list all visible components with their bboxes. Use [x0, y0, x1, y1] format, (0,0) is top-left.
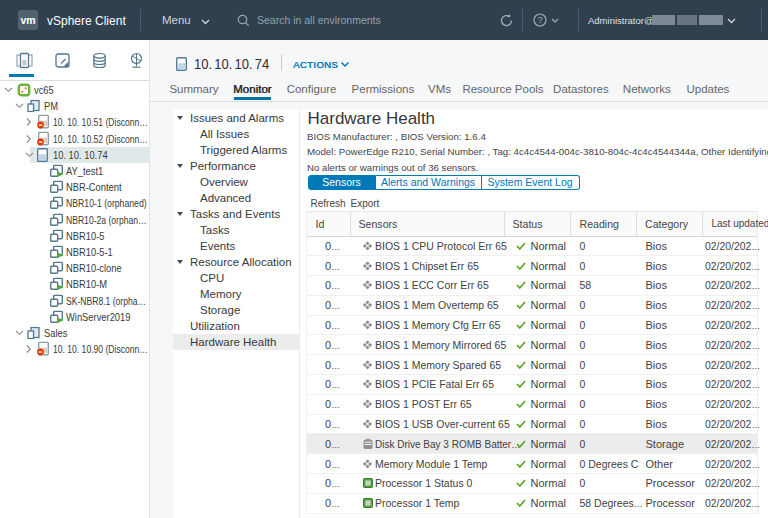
svg-text:?: ? — [537, 15, 542, 25]
